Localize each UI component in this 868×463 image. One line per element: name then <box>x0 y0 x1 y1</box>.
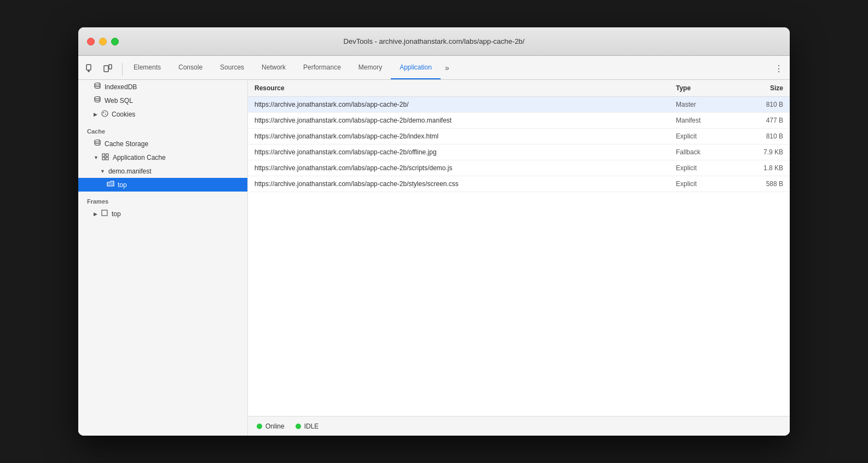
tab-bar: Elements Console Sources Network Perform… <box>125 56 772 79</box>
table-cell-size: 810 B <box>735 97 790 113</box>
svg-rect-13 <box>106 154 109 157</box>
resource-table-container: Resource Type Size https://archive.jonat… <box>248 80 790 416</box>
inspect-icon[interactable] <box>83 61 98 76</box>
table-row[interactable]: https://archive.jonathanstark.com/labs/a… <box>248 160 790 176</box>
table-cell-type: Fallback <box>669 144 735 160</box>
column-resource: Resource <box>248 80 669 97</box>
cache-section-label: Cache <box>78 121 247 137</box>
svg-point-9 <box>105 114 106 115</box>
idle-dot <box>296 424 301 429</box>
resource-table: Resource Type Size https://archive.jonat… <box>248 80 790 192</box>
folder-icon <box>107 181 114 189</box>
table-cell-size: 588 B <box>735 176 790 192</box>
svg-point-8 <box>103 112 104 113</box>
svg-rect-16 <box>102 210 107 216</box>
arrow-icon-cookies: ▶ <box>94 112 97 117</box>
svg-point-10 <box>105 112 105 112</box>
svg-rect-4 <box>109 65 112 69</box>
table-row[interactable]: https://archive.jonathanstark.com/labs/a… <box>248 144 790 160</box>
table-cell-resource: https://archive.jonathanstark.com/labs/a… <box>248 97 669 113</box>
arrow-icon-top-frame: ▶ <box>94 211 97 217</box>
table-cell-type: Explicit <box>669 129 735 144</box>
sidebar-item-indexed-db[interactable]: IndexedDB <box>78 80 247 94</box>
status-online: Online <box>257 423 285 430</box>
minimize-button[interactable] <box>99 38 107 45</box>
online-dot <box>257 424 262 429</box>
content-panel: Resource Type Size https://archive.jonat… <box>248 80 790 436</box>
grid-icon <box>102 153 109 162</box>
table-cell-resource: https://archive.jonathanstark.com/labs/a… <box>248 160 669 176</box>
more-tabs-button[interactable]: » <box>441 56 454 79</box>
table-cell-resource: https://archive.jonathanstark.com/labs/a… <box>248 144 669 160</box>
db-icon-websql <box>94 96 101 105</box>
svg-point-6 <box>95 97 100 99</box>
table-cell-size: 1.8 KB <box>735 160 790 176</box>
tab-elements[interactable]: Elements <box>125 56 170 79</box>
sidebar-item-application-cache[interactable]: ▼ Application Cache <box>78 151 247 165</box>
table-row[interactable]: https://archive.jonathanstark.com/labs/a… <box>248 129 790 144</box>
tab-memory[interactable]: Memory <box>350 56 391 79</box>
square-icon <box>101 210 108 218</box>
svg-rect-0 <box>86 65 91 70</box>
tab-console[interactable]: Console <box>170 56 211 79</box>
table-header-row: Resource Type Size <box>248 80 790 97</box>
table-cell-type: Explicit <box>669 160 735 176</box>
column-type: Type <box>669 80 735 97</box>
table-cell-size: 477 B <box>735 113 790 129</box>
table-cell-type: Manifest <box>669 113 735 129</box>
table-row[interactable]: https://archive.jonathanstark.com/labs/a… <box>248 113 790 129</box>
status-idle: IDLE <box>296 423 319 430</box>
devtools-window: DevTools - archive.jonathanstark.com/lab… <box>78 27 790 436</box>
svg-point-7 <box>102 111 108 117</box>
status-bar: Online IDLE <box>248 416 790 436</box>
device-icon[interactable] <box>100 61 115 76</box>
tab-application[interactable]: Application <box>391 56 441 79</box>
table-row[interactable]: https://archive.jonathanstark.com/labs/a… <box>248 97 790 113</box>
sidebar-item-web-sql[interactable]: Web SQL <box>78 94 247 107</box>
table-cell-resource: https://archive.jonathanstark.com/labs/a… <box>248 113 669 129</box>
sidebar-item-top-cache[interactable]: top <box>78 178 247 192</box>
arrow-icon-app-cache: ▼ <box>94 155 99 160</box>
tab-network[interactable]: Network <box>253 56 294 79</box>
tab-performance[interactable]: Performance <box>294 56 350 79</box>
online-label: Online <box>265 423 285 430</box>
svg-point-5 <box>95 83 100 85</box>
maximize-button[interactable] <box>111 38 119 45</box>
idle-label: IDLE <box>304 423 319 430</box>
table-cell-resource: https://archive.jonathanstark.com/labs/a… <box>248 129 669 144</box>
sidebar-item-cookies[interactable]: ▶ Cookies <box>78 107 247 121</box>
svg-rect-3 <box>104 66 108 72</box>
table-cell-size: 7.9 KB <box>735 144 790 160</box>
svg-point-11 <box>95 140 100 142</box>
arrow-icon-demo-manifest: ▼ <box>100 169 105 174</box>
window-title: DevTools - archive.jonathanstark.com/lab… <box>344 37 525 45</box>
svg-rect-12 <box>102 154 105 157</box>
close-button[interactable] <box>87 38 95 45</box>
toolbar: Elements Console Sources Network Perform… <box>78 56 790 80</box>
sidebar-item-demo-manifest[interactable]: ▼ demo.manifest <box>78 165 247 178</box>
cookie-icon <box>101 110 108 119</box>
table-cell-type: Master <box>669 97 735 113</box>
table-cell-type: Explicit <box>669 176 735 192</box>
sidebar-item-top-frame[interactable]: ▶ top <box>78 207 247 221</box>
tab-sources[interactable]: Sources <box>211 56 253 79</box>
devtools-menu-button[interactable]: ⋮ <box>772 61 785 76</box>
db-icon <box>94 83 101 91</box>
titlebar: DevTools - archive.jonathanstark.com/lab… <box>78 27 790 56</box>
sidebar: IndexedDB Web SQL ▶ <box>78 80 248 436</box>
svg-rect-15 <box>106 158 109 160</box>
table-cell-size: 810 B <box>735 129 790 144</box>
db-icon-cache <box>94 140 101 148</box>
table-cell-resource: https://archive.jonathanstark.com/labs/a… <box>248 176 669 192</box>
frames-section-label: Frames <box>78 192 247 207</box>
toolbar-separator <box>122 63 123 76</box>
toolbar-menu: ⋮ <box>772 61 785 79</box>
sidebar-item-cache-storage[interactable]: Cache Storage <box>78 137 247 151</box>
table-row[interactable]: https://archive.jonathanstark.com/labs/a… <box>248 176 790 192</box>
toolbar-icons <box>83 61 115 79</box>
main-content: IndexedDB Web SQL ▶ <box>78 80 790 436</box>
svg-rect-14 <box>102 158 105 160</box>
column-size: Size <box>735 80 790 97</box>
traffic-lights <box>87 38 119 45</box>
